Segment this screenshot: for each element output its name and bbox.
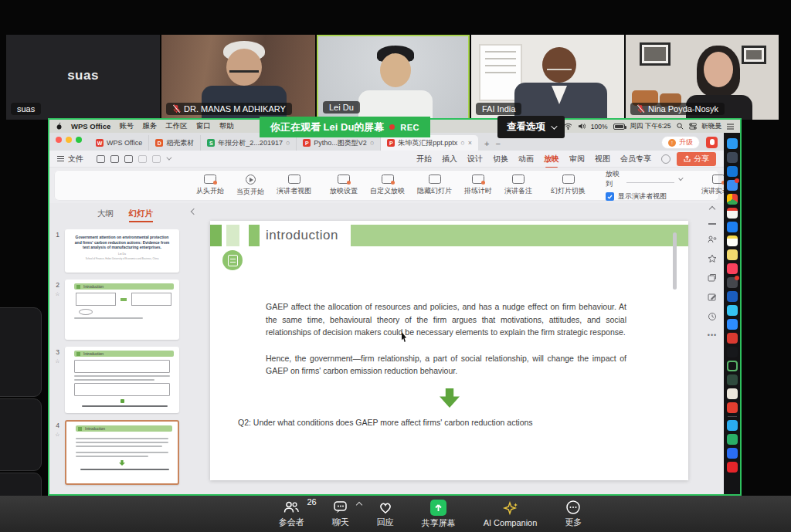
print-icon[interactable]	[110, 155, 119, 163]
menu-account[interactable]: 账号	[119, 121, 134, 131]
participants-button[interactable]: 26 参会者	[279, 500, 304, 528]
collaborate-icon[interactable]	[708, 235, 717, 244]
history-clock-icon[interactable]	[708, 312, 717, 321]
undo-icon[interactable]	[138, 155, 147, 163]
assistant-icon[interactable]	[661, 154, 670, 164]
menubar-app-name[interactable]: WPS Office	[71, 122, 110, 130]
chat-menu-caret-icon[interactable]	[355, 502, 362, 508]
scroll-up-icon[interactable]	[709, 206, 715, 212]
tab-spreadsheet[interactable]: S 年报分析_2...201917 ○	[201, 135, 297, 151]
stickies-icon[interactable]	[727, 249, 738, 260]
menu-services[interactable]: 服务	[142, 121, 157, 131]
slideshow-settings-button[interactable]: 放映设置	[324, 175, 364, 196]
slide-thumbnail-3[interactable]: Introduction	[65, 347, 179, 413]
more-button[interactable]: 更多	[565, 500, 582, 528]
slides-panel-icon[interactable]	[708, 273, 717, 283]
upgrade-button[interactable]: ↑ 升级	[661, 136, 700, 149]
screen-rec-app-icon[interactable]	[727, 374, 738, 385]
music-icon[interactable]	[727, 263, 738, 274]
zoom-app-icon[interactable]	[727, 319, 738, 330]
telegram-icon[interactable]	[727, 420, 738, 431]
zotero-icon[interactable]	[727, 333, 738, 344]
collapse-panel-icon[interactable]	[708, 223, 716, 225]
slide-thumbnail-2[interactable]: Introduction	[65, 280, 179, 340]
terminal-icon[interactable]	[727, 347, 738, 357]
notes-icon[interactable]	[727, 236, 738, 246]
hide-slide-button[interactable]: 隐藏幻灯片	[411, 175, 458, 196]
reactions-button[interactable]: 回应	[377, 500, 394, 528]
ribbon-tab-slideshow-active[interactable]: 放映	[544, 154, 559, 164]
menu-window[interactable]: 窗口	[196, 121, 211, 131]
favorite-star-icon[interactable]	[708, 254, 717, 263]
ribbon-tab-transition[interactable]: 切换	[493, 154, 508, 164]
redo-icon[interactable]	[152, 155, 161, 163]
menubar-user-name[interactable]: 靳晓曼	[702, 122, 722, 131]
ribbon-tab-member[interactable]: 会员专享	[620, 154, 651, 164]
video-tile-suas[interactable]: suas suas	[6, 35, 160, 120]
quick-access-dropdown-icon[interactable]	[166, 155, 171, 161]
more-tools-icon[interactable]: •••	[708, 331, 717, 339]
slide-thumbnail-1[interactable]: Government attention on environmental pr…	[65, 229, 179, 273]
tab-outline[interactable]: 大纲	[97, 208, 114, 222]
video-tile-nina[interactable]: Nina Poyda-Nosyk	[626, 35, 779, 120]
photos-icon[interactable]	[727, 152, 738, 163]
presenter-view-button[interactable]: 演讲者视图	[270, 175, 317, 196]
chat-button[interactable]: 聊天	[332, 500, 349, 528]
word-icon[interactable]	[727, 291, 738, 302]
menu-help[interactable]: 帮助	[219, 121, 234, 131]
docs-icon[interactable]	[727, 448, 738, 459]
obs-ring-icon[interactable]	[727, 361, 738, 371]
chrome-icon[interactable]	[727, 194, 738, 205]
tab-wps-home[interactable]: W WPS Office	[90, 135, 149, 151]
speaker-notes-button[interactable]: 演讲备注	[498, 175, 538, 196]
menubar-clock[interactable]: 周四 下午6:25	[630, 122, 671, 131]
control-center-icon[interactable]	[689, 123, 697, 130]
calendar-icon[interactable]	[727, 208, 738, 219]
app-store-icon[interactable]	[727, 222, 738, 232]
preview-icon[interactable]	[124, 155, 133, 163]
linux-icon[interactable]	[727, 388, 738, 399]
vertical-scrollbar-thumb[interactable]	[673, 232, 677, 290]
ai-companion-button[interactable]: AI Companion	[484, 501, 538, 527]
slide-thumbnail-4-selected[interactable]: Introduction	[65, 420, 179, 485]
ribbon-tab-animation[interactable]: 动画	[518, 154, 534, 164]
presenter-view-checkbox[interactable]	[606, 192, 614, 201]
tab-overflow-button[interactable]: −	[495, 139, 500, 148]
messages-icon[interactable]	[727, 180, 738, 191]
window-controls[interactable]	[56, 133, 82, 151]
edit-icon[interactable]	[708, 293, 717, 302]
safari-icon[interactable]	[727, 166, 738, 177]
view-options-button[interactable]: 查看选项	[497, 116, 565, 138]
ribbon-tab-review[interactable]: 审阅	[569, 154, 585, 164]
ribbon-tab-design[interactable]: 设计	[467, 154, 483, 164]
play-to-dropdown[interactable]	[626, 176, 674, 183]
start-from-beginning-button[interactable]: 从头开始	[190, 175, 230, 196]
tab-current-presentation[interactable]: P 朱坤英汇报ppt.pptx ○ ×	[381, 135, 478, 151]
mail-icon[interactable]	[727, 277, 738, 288]
ribbon-tab-view[interactable]: 视图	[595, 154, 610, 164]
edge-icon[interactable]	[727, 305, 738, 316]
wps-app-icon[interactable]	[727, 402, 738, 413]
video-tile-manas[interactable]: DR. MANAS M ADHIKARY	[161, 35, 315, 120]
pdf-icon[interactable]	[727, 462, 738, 473]
tab-slides-active[interactable]: 幻灯片	[129, 208, 154, 222]
file-menu[interactable]: 文件	[68, 154, 83, 164]
tab-python-ppt[interactable]: P Pytho...图类型V2 ○	[297, 135, 381, 151]
menu-workspace[interactable]: 工作区	[165, 121, 188, 131]
save-icon[interactable]	[97, 155, 105, 163]
ribbon-tab-home[interactable]: 开始	[416, 154, 432, 164]
rehearse-timing-button[interactable]: 排练计时	[458, 175, 498, 196]
slide-transition-button[interactable]: 幻灯片切换	[545, 175, 592, 196]
start-from-current-button[interactable]: 当页开始	[230, 175, 270, 197]
new-tab-button[interactable]: +	[484, 139, 489, 148]
tab-close-icon[interactable]: ×	[468, 139, 472, 147]
wechat-icon[interactable]	[727, 434, 738, 445]
finder-icon[interactable]	[727, 138, 738, 149]
search-icon[interactable]	[677, 123, 684, 130]
list-icon[interactable]	[727, 124, 734, 130]
ribbon-tab-insert[interactable]: 插入	[442, 154, 457, 164]
share-screen-button[interactable]: 共享屏幕	[422, 500, 456, 529]
custom-slideshow-button[interactable]: 自定义放映	[364, 175, 411, 196]
hamburger-menu-icon[interactable]	[57, 156, 64, 162]
video-tile-leidu-active-speaker[interactable]: Lei Du	[317, 35, 470, 120]
